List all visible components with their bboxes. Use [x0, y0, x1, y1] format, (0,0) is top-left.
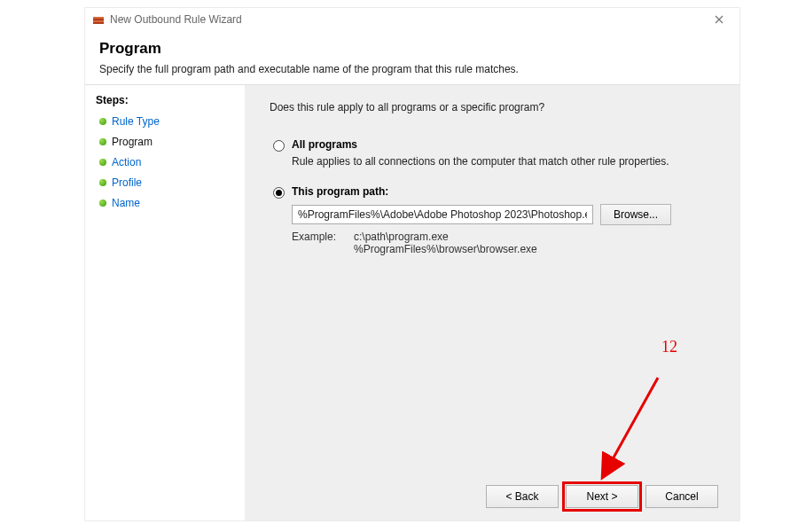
browse-button[interactable]: Browse...: [600, 204, 671, 225]
program-path-input[interactable]: [292, 205, 593, 224]
example-line-2: %ProgramFiles%\browser\browser.exe: [354, 243, 537, 255]
step-program[interactable]: Program: [96, 132, 238, 152]
step-action[interactable]: Action: [96, 153, 238, 172]
window-title: New Outbound Rule Wizard: [110, 13, 242, 26]
back-button[interactable]: < Back: [486, 485, 559, 508]
step-label: Program: [112, 136, 153, 148]
step-bullet-icon: [99, 118, 106, 125]
radio-program-path-label: This program path:: [292, 185, 388, 198]
svg-rect-2: [93, 20, 104, 22]
radio-program-path[interactable]: [273, 187, 285, 199]
cancel-button[interactable]: Cancel: [645, 485, 718, 508]
steps-panel: Steps: Rule Type Program Action Profile …: [85, 85, 245, 520]
scope-radio-group: All programs Rule applies to all connect…: [273, 138, 718, 255]
example-line-1: c:\path\program.exe: [354, 231, 537, 243]
radio-all-programs-label: All programs: [292, 138, 357, 151]
step-bullet-icon: [99, 179, 106, 186]
step-bullet-icon: [99, 138, 106, 145]
step-profile[interactable]: Profile: [96, 173, 238, 192]
titlebar: New Outbound Rule Wizard: [85, 8, 739, 31]
step-rule-type[interactable]: Rule Type: [96, 112, 238, 131]
firewall-icon: [92, 13, 105, 26]
example-block: Example: c:\path\program.exe %ProgramFil…: [292, 231, 718, 255]
radio-all-programs-desc: Rule applies to all connections on the c…: [292, 155, 718, 168]
step-label: Action: [112, 156, 141, 168]
annotation-arrow-icon: [589, 369, 677, 493]
next-button[interactable]: Next >: [566, 485, 638, 508]
wizard-footer: < Back Next > Cancel: [270, 476, 718, 512]
wizard-header: Program Specify the full program path an…: [85, 31, 739, 85]
step-bullet-icon: [99, 200, 106, 207]
steps-heading: Steps:: [96, 94, 238, 106]
wizard-body: Steps: Rule Type Program Action Profile …: [85, 85, 739, 520]
apply-question: Does this rule apply to all programs or …: [270, 101, 718, 113]
svg-rect-1: [93, 17, 104, 19]
wizard-dialog: New Outbound Rule Wizard Program Specify…: [84, 7, 740, 521]
step-label: Name: [112, 197, 140, 209]
radio-all-programs-row[interactable]: All programs: [273, 138, 718, 152]
step-bullet-icon: [99, 159, 106, 166]
radio-all-programs[interactable]: [273, 140, 285, 152]
close-button[interactable]: [706, 10, 732, 29]
svg-line-5: [605, 378, 658, 473]
step-label: Rule Type: [112, 115, 160, 128]
annotation-step-number: 12: [661, 338, 677, 356]
step-label: Profile: [112, 176, 142, 189]
content-panel: Does this rule apply to all programs or …: [245, 85, 739, 520]
step-name[interactable]: Name: [96, 193, 238, 213]
page-title: Program: [99, 40, 725, 58]
example-label: Example:: [292, 231, 354, 255]
page-subtitle: Specify the full program path and execut…: [99, 63, 725, 75]
radio-program-path-row[interactable]: This program path:: [273, 185, 718, 199]
